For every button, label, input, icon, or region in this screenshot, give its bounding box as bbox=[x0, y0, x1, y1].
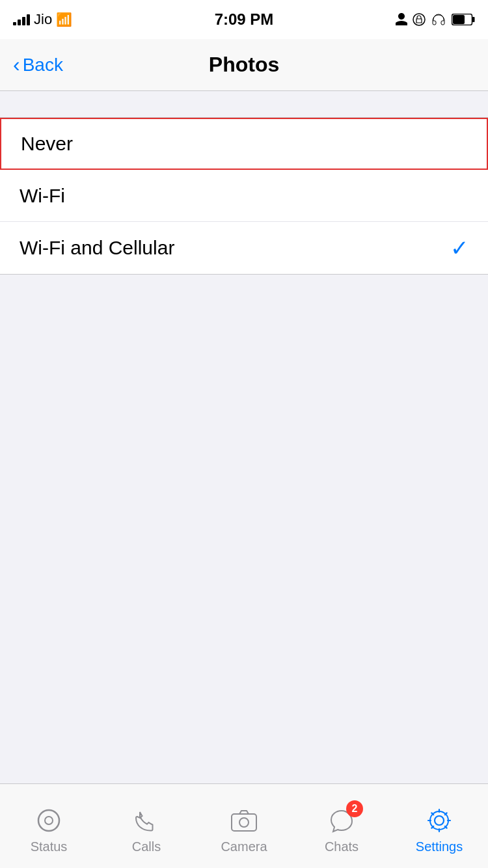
option-wifi[interactable]: Wi-Fi bbox=[0, 170, 488, 222]
tab-calls[interactable]: Calls bbox=[101, 798, 192, 854]
tab-settings-label: Settings bbox=[416, 839, 463, 854]
tab-status-label: Status bbox=[31, 839, 68, 854]
status-left: Jio 📶 bbox=[13, 11, 72, 28]
option-wifi-cellular[interactable]: Wi-Fi and Cellular ✓ bbox=[0, 222, 488, 274]
svg-point-8 bbox=[435, 816, 444, 825]
carrier-label: Jio bbox=[34, 11, 52, 28]
battery-icon bbox=[452, 14, 475, 25]
back-button[interactable]: ‹ Back bbox=[13, 55, 63, 75]
option-never-label: Never bbox=[21, 133, 73, 155]
status-time: 7:09 PM bbox=[215, 10, 274, 29]
settings-icon bbox=[423, 804, 455, 837]
status-icon bbox=[33, 804, 65, 837]
empty-area bbox=[0, 275, 488, 785]
person-icon bbox=[396, 12, 407, 27]
headphone-icon bbox=[431, 14, 446, 25]
tab-camera-label: Camera bbox=[221, 839, 267, 854]
svg-point-9 bbox=[430, 811, 448, 830]
chats-badge: 2 bbox=[346, 800, 363, 817]
tab-settings[interactable]: Settings bbox=[394, 798, 485, 854]
status-bar: Jio 📶 7:09 PM bbox=[0, 0, 488, 39]
page-title: Photos bbox=[209, 53, 279, 77]
svg-point-7 bbox=[239, 818, 249, 827]
option-wifi-label: Wi-Fi bbox=[20, 185, 65, 207]
lock-icon bbox=[413, 13, 426, 26]
svg-rect-2 bbox=[472, 17, 475, 22]
back-label: Back bbox=[23, 55, 63, 75]
tab-chats[interactable]: 2 Chats bbox=[296, 798, 387, 854]
tab-status[interactable]: Status bbox=[3, 798, 94, 854]
nav-bar: ‹ Back Photos bbox=[0, 39, 488, 91]
option-wifi-cellular-label: Wi-Fi and Cellular bbox=[20, 237, 174, 259]
section-gap bbox=[0, 91, 488, 117]
svg-point-5 bbox=[45, 817, 53, 824]
svg-rect-6 bbox=[232, 814, 256, 831]
option-never[interactable]: Never bbox=[0, 118, 488, 170]
calls-icon bbox=[130, 804, 163, 837]
tab-chats-label: Chats bbox=[325, 839, 359, 854]
checkmark-icon: ✓ bbox=[450, 235, 468, 261]
wifi-icon: 📶 bbox=[56, 12, 72, 27]
back-chevron-icon: ‹ bbox=[13, 54, 20, 75]
signal-bars-icon bbox=[13, 14, 30, 25]
chats-icon: 2 bbox=[325, 804, 358, 837]
status-right bbox=[396, 12, 475, 27]
svg-point-4 bbox=[38, 810, 59, 831]
tab-calls-label: Calls bbox=[132, 839, 161, 854]
camera-icon bbox=[228, 804, 260, 837]
tab-bar: Status Calls Camera 2 Chats bbox=[0, 783, 488, 868]
options-list: Never Wi-Fi Wi-Fi and Cellular ✓ bbox=[0, 117, 488, 275]
svg-rect-3 bbox=[453, 15, 465, 24]
tab-camera[interactable]: Camera bbox=[198, 798, 290, 854]
